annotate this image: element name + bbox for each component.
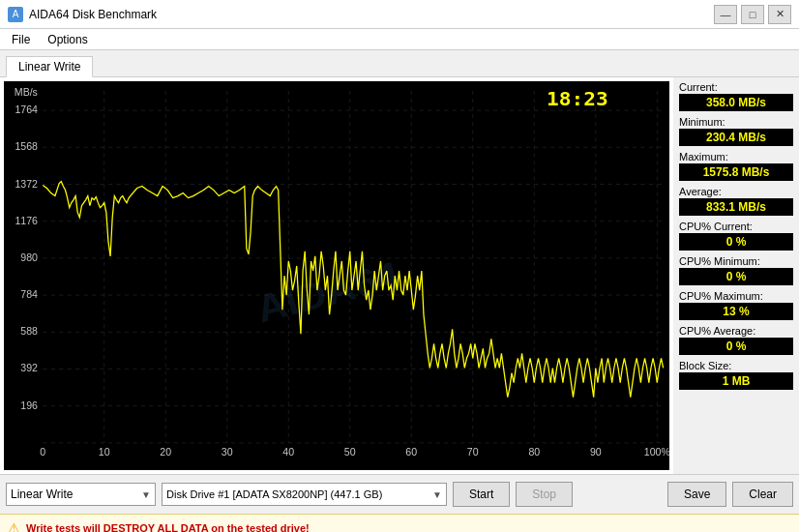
chart-area: MB/s 1764 1568 1372 1176 980 784 588 392… [4, 81, 669, 470]
close-button[interactable]: ✕ [768, 5, 791, 24]
svg-text:MB/s: MB/s [15, 87, 38, 98]
cpu-maximum-label: CPU% Maximum: [679, 290, 793, 302]
stat-maximum: Maximum: 1575.8 MB/s [679, 151, 793, 181]
test-type-value: Linear Write [11, 488, 73, 501]
stat-minimum: Minimum: 230.4 MB/s [679, 116, 793, 146]
tab-bar: Linear Write [0, 50, 799, 77]
svg-text:784: 784 [20, 289, 38, 300]
drive-dropdown[interactable]: Disk Drive #1 [ADATA SX8200NP] (447.1 GB… [162, 483, 447, 506]
svg-text:588: 588 [20, 327, 38, 338]
svg-text:30: 30 [222, 447, 233, 458]
cpu-maximum-value: 13 % [679, 303, 793, 320]
stat-cpu-minimum: CPU% Minimum: 0 % [679, 255, 793, 285]
svg-text:196: 196 [20, 400, 38, 411]
minimum-label: Minimum: [679, 116, 793, 128]
svg-text:40: 40 [282, 447, 294, 458]
title-bar-left: A AIDA64 Disk Benchmark [8, 7, 157, 22]
maximum-value: 1575.8 MB/s [679, 163, 793, 181]
svg-text:1764: 1764 [15, 104, 38, 115]
tab-linear-write[interactable]: Linear Write [6, 56, 93, 77]
menu-bar: File Options [0, 29, 799, 50]
current-value: 358.0 MB/s [679, 94, 793, 111]
svg-text:10: 10 [99, 447, 110, 458]
stat-blocksize: Block Size: 1 MB [679, 360, 793, 390]
svg-text:70: 70 [467, 447, 479, 458]
stat-cpu-current: CPU% Current: 0 % [679, 221, 793, 251]
stat-average: Average: 833.1 MB/s [679, 186, 793, 216]
average-value: 833.1 MB/s [679, 198, 793, 216]
stat-cpu-maximum: CPU% Maximum: 13 % [679, 290, 793, 320]
drive-chevron: ▼ [432, 489, 442, 500]
stat-cpu-average: CPU% Average: 0 % [679, 325, 793, 355]
cpu-average-label: CPU% Average: [679, 325, 793, 337]
menu-options[interactable]: Options [40, 31, 95, 48]
start-button[interactable]: Start [453, 482, 510, 507]
clear-button[interactable]: Clear [732, 482, 793, 507]
bottom-area: Linear Write ▼ Disk Drive #1 [ADATA SX82… [0, 474, 799, 532]
menu-file[interactable]: File [4, 31, 38, 48]
blocksize-value: 1 MB [679, 372, 793, 390]
svg-text:980: 980 [20, 252, 38, 263]
stat-current: Current: 358.0 MB/s [679, 81, 793, 111]
drive-value: Disk Drive #1 [ADATA SX8200NP] (447.1 GB… [166, 488, 382, 500]
svg-text:60: 60 [405, 447, 417, 458]
cpu-minimum-label: CPU% Minimum: [679, 255, 793, 267]
svg-text:20: 20 [160, 447, 171, 458]
current-label: Current: [679, 81, 793, 93]
svg-text:90: 90 [590, 447, 602, 458]
window-title: AIDA64 Disk Benchmark [29, 8, 157, 21]
svg-text:1568: 1568 [15, 142, 38, 153]
svg-text:50: 50 [344, 447, 356, 458]
chart-svg: MB/s 1764 1568 1372 1176 980 784 588 392… [4, 81, 669, 470]
svg-text:18:23: 18:23 [547, 88, 608, 110]
warning-row: ⚠ Write tests will DESTROY ALL DATA on t… [0, 514, 799, 532]
blocksize-label: Block Size: [679, 360, 793, 371]
warning-icon: ⚠ [8, 520, 20, 533]
stop-button[interactable]: Stop [516, 482, 573, 507]
warning-text: Write tests will DESTROY ALL DATA on the… [26, 522, 310, 533]
minimize-button[interactable]: — [714, 5, 737, 24]
save-button[interactable]: Save [667, 482, 726, 507]
svg-text:392: 392 [20, 364, 38, 374]
app-icon: A [8, 7, 23, 22]
cpu-current-label: CPU% Current: [679, 221, 793, 232]
cpu-current-value: 0 % [679, 233, 793, 251]
average-label: Average: [679, 186, 793, 197]
main-content: MB/s 1764 1568 1372 1176 980 784 588 392… [0, 77, 799, 474]
test-type-dropdown[interactable]: Linear Write ▼ [6, 483, 156, 506]
right-panel: Current: 358.0 MB/s Minimum: 230.4 MB/s … [673, 77, 799, 474]
minimum-value: 230.4 MB/s [679, 129, 793, 146]
cpu-average-value: 0 % [679, 338, 793, 355]
svg-text:100%: 100% [644, 447, 669, 458]
svg-text:1372: 1372 [15, 179, 38, 190]
controls-row: Linear Write ▼ Disk Drive #1 [ADATA SX82… [0, 475, 799, 514]
cpu-minimum-value: 0 % [679, 268, 793, 285]
svg-text:80: 80 [528, 447, 540, 458]
maximum-label: Maximum: [679, 151, 793, 163]
svg-text:1176: 1176 [15, 216, 38, 226]
test-type-chevron: ▼ [141, 489, 151, 500]
maximize-button[interactable]: □ [741, 5, 764, 24]
title-bar: A AIDA64 Disk Benchmark — □ ✕ [0, 0, 799, 29]
svg-text:0: 0 [40, 447, 45, 458]
title-controls: — □ ✕ [714, 5, 791, 24]
